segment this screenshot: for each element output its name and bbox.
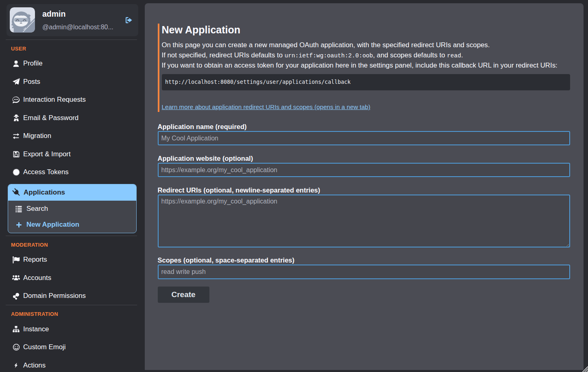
exchange-icon — [12, 131, 20, 140]
certificate-icon — [12, 168, 20, 177]
hubzilla-icon — [12, 291, 20, 300]
main-panel: New Application On this page you can cre… — [145, 3, 584, 370]
list-icon — [15, 204, 22, 213]
sidebar-item-export-import[interactable]: Export & Import — [0, 145, 144, 164]
nav-section-administration: ADMINISTRATION Instance Custom Emoji Act… — [0, 311, 144, 372]
sidebar-item-label: Accounts — [23, 274, 51, 282]
nav-divider — [6, 305, 137, 305]
paper-plane-icon — [12, 77, 20, 86]
sitemap-icon — [12, 325, 20, 334]
intro-line3: If you want to obtain an access token fo… — [162, 61, 558, 69]
website-input[interactable] — [158, 163, 570, 177]
sidebar-item-label: Interaction Requests — [23, 96, 86, 104]
resize-grip-icon[interactable] — [582, 366, 588, 372]
sidebar-item-new-application[interactable]: New Application — [8, 217, 136, 233]
sidebar-item-label: Actions — [23, 361, 46, 370]
sidebar-item-label: Applications — [24, 188, 65, 197]
sidebar-item-label: Posts — [23, 78, 40, 86]
new-application-form: Application name (required) Application … — [158, 122, 571, 303]
redirect-uris-label: Redirect URIs (optional, newline-separat… — [158, 186, 571, 195]
sidebar-item-label: Search — [26, 205, 48, 213]
scopes-label: Scopes (optional, space-separated entrie… — [158, 256, 571, 265]
sidebar-item-label: Profile — [23, 59, 43, 68]
form-field-name: Application name (required) — [158, 122, 571, 146]
nav-section-moderation: MODERATION Reports Accounts Domain Permi… — [0, 241, 144, 305]
plug-icon — [12, 188, 21, 197]
user-meta: admin @admin@localhost:80... — [42, 9, 124, 32]
sidebar-item-label: Access Tokens — [23, 168, 69, 176]
bolt-icon — [12, 361, 20, 370]
nav-section-user: USER Profile Posts Interaction Requests … — [0, 45, 144, 233]
sidebar-item-label: Domain Permissions — [23, 292, 86, 300]
intro-line1: On this page you can create a new manage… — [162, 41, 490, 49]
name-input[interactable] — [158, 131, 570, 146]
read-code: read — [447, 53, 461, 59]
sidebar-item-label: Reports — [23, 256, 47, 264]
sidebar-item-domain-permissions[interactable]: Domain Permissions — [0, 287, 144, 305]
sidebar-item-label: Instance — [23, 325, 49, 333]
nav-divider — [6, 39, 137, 40]
flag-icon — [12, 255, 20, 264]
page-title: New Application — [162, 24, 571, 36]
user-icon — [12, 59, 20, 68]
floppy-icon — [12, 150, 20, 159]
sidebar-item-applications[interactable]: Applications — [8, 184, 136, 201]
form-field-redirect-uris: Redirect URIs (optional, newline-separat… — [158, 186, 571, 247]
redirect-uris-textarea[interactable] — [158, 195, 570, 247]
sidebar-item-email-password[interactable]: Email & Password — [0, 109, 144, 127]
sidebar-item-label: Migration — [23, 132, 51, 140]
docs-section: New Application On this page you can cre… — [158, 24, 571, 112]
nav-divider — [6, 236, 137, 236]
plus-icon — [15, 220, 22, 229]
intro-line2-mid: , and scopes defaults to — [373, 51, 447, 59]
nav-section-label-moderation: MODERATION — [11, 241, 144, 248]
user-card[interactable]: admin @admin@localhost:80... — [7, 4, 138, 36]
intro-text: On this page you can create a new manage… — [162, 40, 571, 71]
sidebar-item-interaction-requests[interactable]: Interaction Requests — [0, 91, 144, 109]
sidebar-nav: USER Profile Posts Interaction Requests … — [0, 39, 144, 372]
sidebar-item-custom-emoji[interactable]: Custom Emoji — [0, 338, 144, 357]
sidebar-item-label: Custom Emoji — [23, 343, 65, 351]
smile-icon — [12, 343, 20, 352]
logout-icon[interactable] — [124, 16, 133, 24]
name-label: Application name (required) — [158, 122, 571, 131]
nav-section-label-user: USER — [11, 45, 144, 52]
sidebar-item-access-tokens[interactable]: Access Tokens — [0, 163, 144, 182]
create-button[interactable]: Create — [158, 287, 209, 303]
oob-code: urn:ietf:wg:oauth:2.0:oob — [285, 53, 373, 59]
sidebar-item-migration[interactable]: Migration — [0, 127, 144, 145]
user-secret-icon — [12, 114, 20, 123]
callback-url-code: http://localhost:8080/settings/user/appl… — [162, 74, 571, 90]
sidebar-item-actions[interactable]: Actions — [0, 356, 144, 372]
sidebar-item-posts[interactable]: Posts — [0, 73, 144, 91]
sidebar-item-instance[interactable]: Instance — [0, 320, 144, 338]
sidebar-item-label: Email & Password — [23, 114, 78, 122]
sidebar-item-label: New Application — [26, 221, 79, 229]
form-field-website: Application website (optional) — [158, 154, 571, 177]
sidebar-item-accounts[interactable]: Accounts — [0, 269, 144, 287]
user-handle: @admin@localhost:80... — [42, 22, 124, 32]
sidebar: admin @admin@localhost:80... USER Profil… — [0, 0, 144, 372]
applications-block: Applications Search New Application — [8, 184, 137, 234]
users-icon — [12, 274, 20, 282]
sidebar-item-search[interactable]: Search — [8, 201, 136, 217]
intro-line2-pre: If not specified, redirect URIs defaults… — [162, 51, 285, 59]
avatar — [10, 7, 35, 33]
scopes-input[interactable] — [158, 265, 570, 279]
comment-dots-icon — [12, 95, 20, 104]
intro-line2-end: . — [461, 51, 463, 59]
form-field-scopes: Scopes (optional, space-separated entrie… — [158, 256, 571, 279]
username: admin — [42, 9, 124, 19]
website-label: Application website (optional) — [158, 154, 571, 163]
sidebar-item-profile[interactable]: Profile — [0, 55, 144, 73]
nav-section-label-administration: ADMINISTRATION — [11, 311, 144, 317]
sidebar-item-reports[interactable]: Reports — [0, 251, 144, 269]
learn-more-link[interactable]: Learn more about application redirect UR… — [162, 103, 370, 110]
sidebar-item-label: Export & Import — [23, 150, 71, 158]
